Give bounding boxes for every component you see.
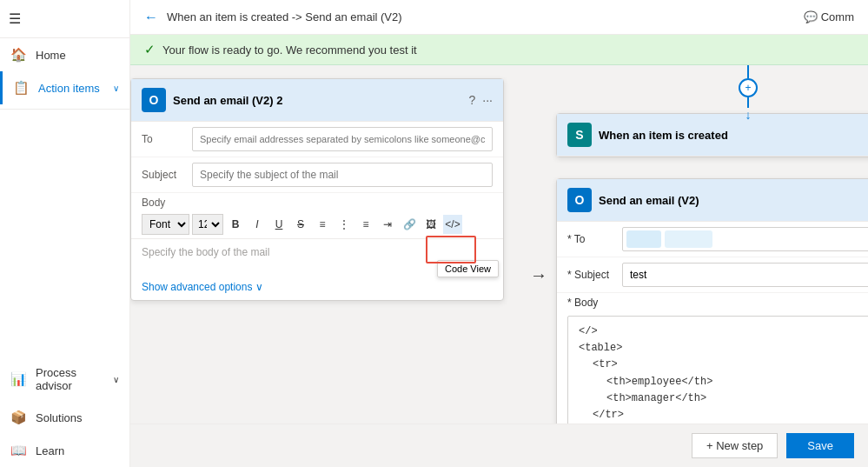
outlook-icon-large: O <box>567 188 592 212</box>
sidebar-item-home[interactable]: 🏠 Home <box>0 38 129 71</box>
subject-label: Subject <box>142 169 185 181</box>
connector-plus[interactable]: + <box>739 78 758 97</box>
large-subject-field-row: * Subject <box>557 257 868 293</box>
link-button[interactable]: 🔗 <box>400 215 419 234</box>
trigger-card-header: S When an item is created ? ··· <box>557 114 868 157</box>
large-to-field-row: * To <box>557 222 868 257</box>
comm-label: Comm <box>821 10 854 23</box>
sidebar-item-learn[interactable]: 📖 Learn <box>0 434 129 467</box>
sidebar-bottom: 📊 Process advisor ∨ 📦 Solutions 📖 Learn <box>0 357 129 467</box>
large-card-title: Send an email (V2) <box>599 194 868 207</box>
large-to-label: * To <box>567 233 615 245</box>
large-subject-input[interactable] <box>622 263 868 287</box>
font-size-select[interactable]: 12 <box>192 214 223 235</box>
expand-icon: ∨ <box>113 83 119 93</box>
large-email-card: O Send an email (V2) ? ··· * To * Subjec… <box>556 178 868 424</box>
sidebar-item-solutions[interactable]: 📦 Solutions <box>0 401 129 434</box>
learn-icon: 📖 <box>10 443 27 458</box>
large-card-header: O Send an email (V2) ? ··· <box>557 179 868 222</box>
sidebar-header: ☰ <box>0 0 129 38</box>
sidebar-item-learn-label: Learn <box>36 444 64 457</box>
success-banner: ✓ Your flow is ready to go. We recommend… <box>130 35 868 65</box>
sharepoint-icon: S <box>567 123 592 147</box>
comm-button[interactable]: 💬 Comm <box>804 10 854 23</box>
code-view-popup-label: Code View <box>445 264 491 274</box>
toolbar: Font 12 B I U S ≡ ⋮ ≡ ⇥ 🔗 🖼 </> <box>131 210 503 239</box>
small-card-help[interactable]: ? <box>469 93 476 107</box>
sidebar-item-solutions-label: Solutions <box>36 411 82 424</box>
sidebar-divider <box>0 109 129 110</box>
bottom-bar: + New step Save <box>130 424 868 467</box>
strikethrough-button[interactable]: S <box>291 215 310 234</box>
small-card-header: O Send an email (V2) 2 ? ··· <box>131 79 503 122</box>
large-subject-label: * Subject <box>567 269 615 281</box>
outlook-icon-small: O <box>142 88 166 112</box>
connector-top: + ↓ <box>739 65 758 122</box>
trigger-card: S When an item is created ? ··· <box>556 113 868 157</box>
indent-button[interactable]: ⇥ <box>378 215 397 234</box>
success-icon: ✓ <box>144 42 156 57</box>
advanced-expand-icon: ∨ <box>255 281 263 293</box>
canvas: O Send an email (V2) 2 ? ··· To Subject … <box>130 65 868 424</box>
connector-line-mid <box>747 97 749 108</box>
subject-input[interactable] <box>192 163 493 187</box>
to-input[interactable] <box>192 127 493 151</box>
italic-button[interactable]: I <box>248 215 267 234</box>
large-body-label: * Body <box>557 293 868 310</box>
subject-field-row: Subject <box>131 157 503 193</box>
to-field-row: To <box>131 122 503 157</box>
to-field-container[interactable] <box>622 227 868 251</box>
to-label: To <box>142 133 185 145</box>
large-card-body: </> <table> <tr> <th>employee</th> <th>m… <box>567 316 868 424</box>
code-line-tag: </> <box>579 324 868 340</box>
action-items-icon: 📋 <box>13 80 30 96</box>
sidebar: ☰ 🏠 Home 📋 Action items ∨ 📊 Process advi… <box>0 0 130 467</box>
back-button[interactable]: ← <box>144 10 158 25</box>
to-chip-2 <box>665 230 712 248</box>
font-select[interactable]: Font <box>142 214 189 235</box>
arrow-indicator: → <box>530 265 547 285</box>
small-card-more[interactable]: ··· <box>482 93 493 107</box>
image-button[interactable]: 🖼 <box>421 215 441 234</box>
code-view-popup[interactable]: Code View <box>437 260 499 277</box>
sidebar-item-action-label: Action items <box>38 82 100 95</box>
main-content: ← When an item is created -> Send an ema… <box>130 0 868 467</box>
sidebar-item-process-advisor[interactable]: 📊 Process advisor ∨ <box>0 357 129 401</box>
small-card-actions: ? ··· <box>469 93 493 107</box>
code-line-th-employee: <th>employee</th> <box>579 374 868 390</box>
code-view-button[interactable]: </> <box>443 215 462 234</box>
code-line-tr1-open: <tr> <box>579 357 868 373</box>
code-line-table-open: <table> <box>579 340 868 357</box>
sidebar-item-action-items[interactable]: 📋 Action items ∨ <box>0 71 129 104</box>
align-button[interactable]: ≡ <box>356 215 375 234</box>
process-icon: 📊 <box>10 371 27 387</box>
comm-icon: 💬 <box>804 10 818 23</box>
connector-line-top <box>747 65 749 78</box>
save-button[interactable]: Save <box>786 433 854 458</box>
new-step-button[interactable]: + New step <box>692 433 778 458</box>
body-placeholder: Specify the body of the mail <box>142 246 269 258</box>
code-line-th-manager: <th>manager</th> <box>579 390 868 407</box>
solutions-icon: 📦 <box>10 410 27 425</box>
trigger-card-title: When an item is created <box>599 129 868 142</box>
bold-button[interactable]: B <box>226 215 245 234</box>
topbar: ← When an item is created -> Send an ema… <box>130 0 868 35</box>
process-expand-icon: ∨ <box>113 375 119 384</box>
code-content: </> <table> <tr> <th>employee</th> <th>m… <box>568 317 868 424</box>
code-view-container: </> <box>443 215 462 234</box>
bullet-list-button[interactable]: ≡ <box>313 215 332 234</box>
hamburger-icon[interactable]: ☰ <box>9 10 21 27</box>
body-label-small: Body <box>131 193 503 210</box>
to-chip-1 <box>626 230 661 248</box>
home-icon: 🏠 <box>10 47 27 63</box>
underline-button[interactable]: U <box>269 215 288 234</box>
small-email-card: O Send an email (V2) 2 ? ··· To Subject … <box>130 78 504 301</box>
flow-title: When an item is created -> Send an email… <box>167 10 795 23</box>
number-list-button[interactable]: ⋮ <box>335 215 354 234</box>
code-line-tr1-close: </tr> <box>579 407 868 424</box>
sidebar-item-home-label: Home <box>36 49 66 62</box>
sidebar-item-process-label: Process advisor <box>36 366 104 392</box>
success-message: Your flow is ready to go. We recommend y… <box>162 43 417 57</box>
show-advanced-small[interactable]: Show advanced options ∨ <box>131 274 503 300</box>
small-card-title: Send an email (V2) 2 <box>173 94 462 107</box>
